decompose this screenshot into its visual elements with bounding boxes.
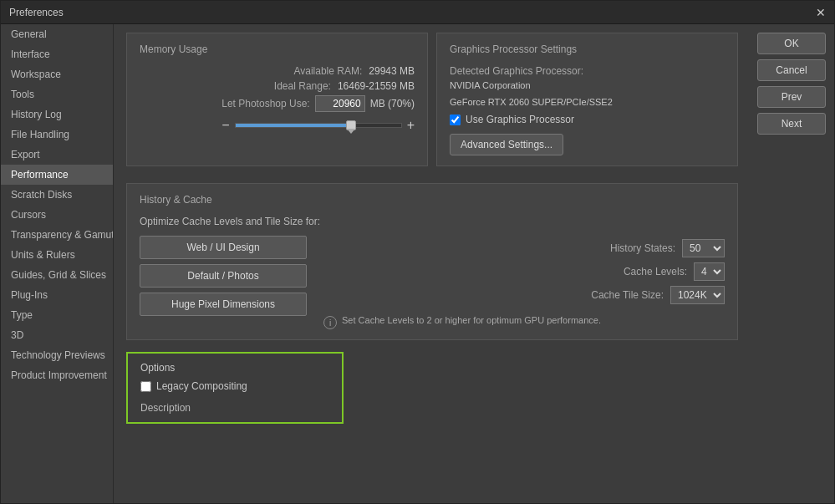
sidebar: GeneralInterfaceWorkspaceToolsHistory Lo…	[1, 24, 114, 503]
slider-fill	[236, 124, 352, 127]
slider-minus-button[interactable]: −	[221, 119, 229, 132]
sidebar-item-export[interactable]: Export	[1, 145, 113, 165]
sidebar-item-tools[interactable]: Tools	[1, 84, 113, 104]
gpu-name-line1: NVIDIA Corporation	[450, 80, 725, 90]
cache-tile-label: Cache Tile Size:	[591, 289, 664, 301]
let-photoshop-label: Let Photoshop Use:	[221, 98, 309, 109]
available-ram-value: 29943 MB	[369, 65, 415, 77]
gpu-detected-label: Detected Graphics Processor:	[450, 65, 725, 77]
use-gpu-label: Use Graphics Processor	[466, 114, 574, 125]
options-title: Options	[140, 362, 329, 374]
gpu-name-line2: GeForce RTX 2060 SUPER/PCIe/SSE2	[450, 97, 725, 107]
cache-tile-select[interactable]: 1024K 512K 2048K	[670, 286, 725, 304]
memory-unit-label: MB (70%)	[370, 98, 415, 109]
web-ui-button[interactable]: Web / UI Design	[140, 236, 307, 259]
content-area: Memory Usage Available RAM: 29943 MB Ide…	[114, 24, 751, 503]
ideal-range-row: Ideal Range: 16469-21559 MB	[140, 80, 415, 92]
close-button[interactable]: ✕	[816, 6, 826, 19]
options-description: Description	[140, 402, 329, 414]
legacy-compositing-checkbox[interactable]	[140, 381, 151, 392]
top-sections: Memory Usage Available RAM: 29943 MB Ide…	[126, 33, 738, 175]
memory-section: Memory Usage Available RAM: 29943 MB Ide…	[126, 33, 428, 166]
sidebar-item-technology-previews[interactable]: Technology Previews	[1, 345, 113, 365]
sidebar-item-file-handling[interactable]: File Handling	[1, 125, 113, 145]
available-ram-row: Available RAM: 29943 MB	[140, 65, 415, 77]
memory-title: Memory Usage	[140, 43, 415, 59]
sidebar-item-transparency---gamut[interactable]: Transparency & Gamut	[1, 225, 113, 245]
sidebar-item-type[interactable]: Type	[1, 305, 113, 325]
sidebar-item-cursors[interactable]: Cursors	[1, 205, 113, 225]
ideal-range-label: Ideal Range:	[274, 80, 331, 92]
window-title: Preferences	[9, 7, 64, 18]
sidebar-item-guides--grid---slices[interactable]: Guides, Grid & Slices	[1, 265, 113, 285]
sidebar-item-interface[interactable]: Interface	[1, 44, 113, 64]
content-wrapper: Memory Usage Available RAM: 29943 MB Ide…	[114, 24, 834, 503]
preferences-window: Preferences ✕ GeneralInterfaceWorkspaceT…	[0, 0, 835, 504]
sidebar-item-plug-ins[interactable]: Plug-Ins	[1, 285, 113, 305]
right-panel: OK Cancel Prev Next	[751, 24, 834, 503]
slider-plus-button[interactable]: +	[407, 119, 415, 132]
cache-info-text: Set Cache Levels to 2 or higher for opti…	[342, 314, 601, 327]
sidebar-item-3d[interactable]: 3D	[1, 325, 113, 345]
sidebar-item-general[interactable]: General	[1, 24, 113, 44]
slider-triangle	[347, 129, 355, 134]
memory-slider-container[interactable]	[235, 119, 402, 132]
options-section: Options Legacy Compositing Description	[126, 352, 344, 424]
sidebar-item-workspace[interactable]: Workspace	[1, 64, 113, 84]
cache-levels-select[interactable]: 4 2 6	[694, 262, 725, 281]
use-gpu-checkbox[interactable]	[450, 115, 461, 125]
prev-button[interactable]: Prev	[757, 86, 826, 108]
main-panel: Memory Usage Available RAM: 29943 MB Ide…	[114, 24, 751, 503]
cache-title: History & Cache	[140, 194, 725, 209]
legacy-compositing-row: Legacy Compositing	[140, 380, 329, 392]
cache-tile-row: Cache Tile Size: 1024K 512K 2048K	[323, 286, 725, 304]
history-states-select[interactable]: 50 20 100	[682, 239, 725, 257]
advanced-settings-button[interactable]: Advanced Settings...	[450, 134, 563, 155]
ok-button[interactable]: OK	[757, 33, 826, 54]
cache-levels-row: Cache Levels: 4 2 6	[323, 262, 725, 281]
cache-subtitle: Optimize Cache Levels and Tile Size for:	[140, 216, 725, 227]
gpu-title: Graphics Processor Settings	[450, 43, 725, 59]
default-photos-button[interactable]: Default / Photos	[140, 264, 307, 288]
cache-levels-label: Cache Levels:	[624, 266, 687, 277]
huge-pixel-button[interactable]: Huge Pixel Dimensions	[140, 293, 307, 316]
sidebar-item-scratch-disks[interactable]: Scratch Disks	[1, 185, 113, 205]
info-icon: i	[323, 316, 337, 329]
cache-buttons-col: Web / UI Design Default / Photos Huge Pi…	[140, 236, 307, 329]
history-states-row: History States: 50 20 100	[323, 239, 725, 257]
next-button[interactable]: Next	[757, 113, 826, 135]
memory-slider-row: − +	[140, 119, 415, 132]
titlebar: Preferences ✕	[1, 1, 834, 24]
cache-section: History & Cache Optimize Cache Levels an…	[126, 183, 738, 340]
photoshop-memory-input[interactable]	[315, 95, 365, 112]
cache-settings: History States: 50 20 100 Cache Levels:	[323, 239, 725, 329]
history-states-label: History States:	[610, 242, 675, 254]
available-ram-label: Available RAM:	[293, 65, 362, 77]
sidebar-item-product-improvement[interactable]: Product Improvement	[1, 365, 113, 385]
main-content: GeneralInterfaceWorkspaceToolsHistory Lo…	[1, 24, 834, 503]
slider-track	[235, 123, 402, 128]
cancel-button[interactable]: Cancel	[757, 59, 826, 81]
use-gpu-row: Use Graphics Processor	[450, 114, 725, 125]
sidebar-item-history-log[interactable]: History Log	[1, 104, 113, 125]
sidebar-item-units---rulers[interactable]: Units & Rulers	[1, 245, 113, 265]
ideal-range-value: 16469-21559 MB	[338, 80, 415, 92]
legacy-compositing-label: Legacy Compositing	[156, 380, 247, 392]
cache-info: i Set Cache Levels to 2 or higher for op…	[323, 314, 725, 329]
sidebar-item-performance[interactable]: Performance	[1, 165, 113, 185]
cache-bottom-row: Web / UI Design Default / Photos Huge Pi…	[140, 236, 725, 329]
gpu-section: Graphics Processor Settings Detected Gra…	[436, 33, 738, 166]
let-photoshop-row: Let Photoshop Use: MB (70%)	[140, 95, 415, 112]
